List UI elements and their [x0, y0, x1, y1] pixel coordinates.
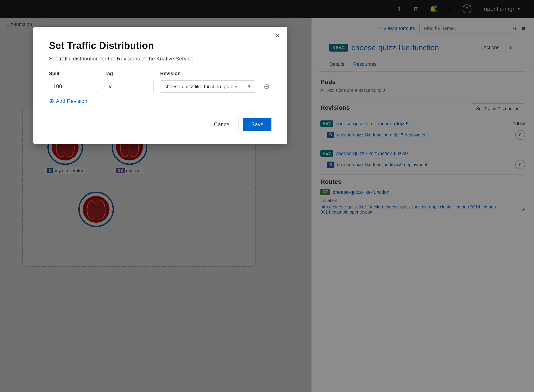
add-revision-link[interactable]: ⊕ Add Revision — [49, 97, 272, 105]
modal-title: Set Traffic Distribution — [49, 40, 272, 51]
modal-subtitle: Set traffic distribution for the Revisio… — [49, 56, 272, 62]
col-header-revision: Revision — [160, 71, 272, 76]
remove-revision-button[interactable]: ⊖ — [262, 82, 272, 91]
traffic-row-1: cheese-quizz-like-function-gfdjz-5 chees… — [49, 80, 272, 93]
revision-select[interactable]: cheese-quizz-like-function-gfdjz-5 chees… — [160, 80, 255, 93]
modal-overlay: ✕ Set Traffic Distribution Set traffic d… — [0, 0, 534, 392]
revision-select-wrap: cheese-quizz-like-function-gfdjz-5 chees… — [160, 80, 255, 93]
minus-circle-icon: ⊖ — [264, 82, 270, 91]
modal-close-button[interactable]: ✕ — [274, 32, 280, 39]
modal-table-header: Split Tag Revision — [49, 71, 272, 76]
set-traffic-modal: ✕ Set Traffic Distribution Set traffic d… — [33, 27, 287, 144]
col-header-tag: Tag — [105, 71, 153, 76]
cancel-button[interactable]: Cancel — [206, 118, 239, 131]
save-button[interactable]: Save — [243, 118, 272, 131]
plus-circle-icon: ⊕ — [49, 97, 54, 105]
tag-input[interactable] — [105, 80, 153, 93]
split-input[interactable] — [49, 80, 98, 93]
col-header-split: Split — [49, 71, 98, 76]
modal-footer: Cancel Save — [49, 118, 272, 131]
add-revision-label: Add Revision — [56, 98, 87, 104]
